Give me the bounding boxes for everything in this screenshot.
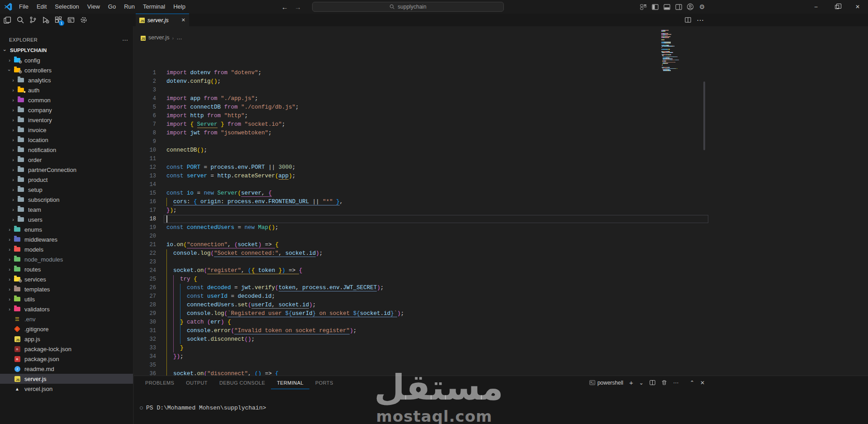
code-line-10[interactable]: 10connectDB(); xyxy=(134,146,868,155)
code-line-29[interactable]: 29 console.log(`Registered user ${userId… xyxy=(134,310,868,318)
split-terminal-icon[interactable] xyxy=(650,380,655,386)
menu-view[interactable]: View xyxy=(83,2,104,12)
explorer-item-readme-md[interactable]: ireadme.md xyxy=(0,364,133,374)
extensions-icon[interactable]: 1 xyxy=(53,15,63,25)
source-control-icon[interactable] xyxy=(28,15,38,25)
code-line-33[interactable]: 33 } xyxy=(134,344,868,353)
panel-tab-output[interactable]: OUTPUT xyxy=(180,376,213,389)
tab-close-icon[interactable]: ✕ xyxy=(181,17,185,23)
panel-tab-terminal[interactable]: TERMINAL xyxy=(271,376,309,389)
code-line-2[interactable]: 2dotenv.config(); xyxy=(134,77,868,86)
explorer-item-common[interactable]: ›common xyxy=(0,95,133,105)
code-line-6[interactable]: 6import http from "http"; xyxy=(134,112,868,120)
run-debug-icon[interactable] xyxy=(41,15,50,25)
explorer-item-package-lock-json[interactable]: npackage-lock.json xyxy=(0,344,133,354)
code-line-20[interactable]: 20 xyxy=(134,232,868,241)
explorer-item-node-modules[interactable]: ›node_modules xyxy=(0,254,133,264)
close-panel-icon[interactable]: ✕ xyxy=(700,380,705,386)
toggle-sidebar-icon[interactable] xyxy=(651,3,659,10)
code-line-19[interactable]: 19const connectedUsers = new Map(); xyxy=(134,224,868,232)
menu-terminal[interactable]: Terminal xyxy=(139,2,169,12)
explorer-item-templates[interactable]: ›templates xyxy=(0,284,133,294)
code-line-5[interactable]: 5import connectDB from "./config/db.js"; xyxy=(134,103,868,112)
explorer-item--gitignore[interactable]: ·.gitignore xyxy=(0,324,133,334)
explorer-item-enums[interactable]: ›enums xyxy=(0,224,133,234)
explorer-item-inventory[interactable]: ›inventory xyxy=(0,115,133,125)
shell-selector[interactable]: >_ powershell xyxy=(589,380,623,386)
command-center-search[interactable]: supplychain xyxy=(312,2,504,12)
code-line-9[interactable]: 9 xyxy=(134,138,868,146)
explorer-item-services[interactable]: ›⚙services xyxy=(0,274,133,284)
breadcrumb[interactable]: JS server.js › … xyxy=(134,26,868,43)
code-line-32[interactable]: 32 socket.disconnect(); xyxy=(134,335,868,344)
menu-run[interactable]: Run xyxy=(120,2,139,12)
explorer-item-users[interactable]: ›users xyxy=(0,214,133,224)
split-editor-icon[interactable] xyxy=(685,17,691,23)
maximize-panel-icon[interactable]: ⌃ xyxy=(690,380,694,386)
code-line-16[interactable]: 16 cors: { origin: process.env.FRONTEND_… xyxy=(134,198,868,206)
code-line-3[interactable]: 3 xyxy=(134,86,868,95)
explorer-more-actions-icon[interactable]: ⋯ xyxy=(122,37,128,43)
code-line-4[interactable]: 4import app from "./app.js"; xyxy=(134,95,868,103)
toggle-secondary-sidebar-icon[interactable] xyxy=(675,3,682,10)
explorer-item-config[interactable]: ›⚙config xyxy=(0,55,133,65)
code-line-13[interactable]: 13const server = http.createServer(app); xyxy=(134,172,868,181)
code-line-22[interactable]: 22 console.log("Socket connected:", sock… xyxy=(134,249,868,258)
code-line-25[interactable]: 25 try { xyxy=(134,275,868,284)
editor-scrollbar[interactable] xyxy=(703,81,705,150)
remote-window-icon[interactable] xyxy=(66,15,76,25)
terminal-dropdown-icon[interactable]: ⌄ xyxy=(639,380,644,386)
explorer-item-partnerconnection[interactable]: ›partnerConnection xyxy=(0,165,133,175)
explorer-item-invoice[interactable]: ›invoice xyxy=(0,125,133,135)
customize-layout-icon[interactable] xyxy=(640,3,647,10)
explorer-item-auth[interactable]: ›●auth xyxy=(0,85,133,95)
explorer-item--env[interactable]: ☰.env xyxy=(0,314,133,324)
explorer-item-models[interactable]: ›models xyxy=(0,244,133,254)
nav-back-arrow[interactable]: ← xyxy=(281,3,288,11)
settings-ring-icon[interactable] xyxy=(79,15,88,25)
explorer-item-app-js[interactable]: JSapp.js xyxy=(0,334,133,344)
explorer-item-subscription[interactable]: ›subscription xyxy=(0,195,133,205)
code-line-28[interactable]: 28 connectedUsers.set(userId, socket.id)… xyxy=(134,301,868,310)
menu-edit[interactable]: Edit xyxy=(33,2,51,12)
code-line-7[interactable]: 7import { Server } from "socket.io"; xyxy=(134,120,868,129)
code-line-31[interactable]: 31 console.error("Invalid token on socke… xyxy=(134,327,868,335)
code-line-26[interactable]: 26 const decoded = jwt.verify(token, pro… xyxy=(134,284,868,292)
menu-go[interactable]: Go xyxy=(104,2,120,12)
explorer-item-server-js[interactable]: JSserver.js xyxy=(0,374,133,384)
editor-more-actions-icon[interactable]: ⋯ xyxy=(697,16,704,24)
code-line-24[interactable]: 24 socket.on("register", ({ token }) => … xyxy=(134,267,868,275)
breadcrumb-file[interactable]: server.js xyxy=(148,34,170,41)
code-line-18[interactable]: 18 xyxy=(134,215,868,224)
new-terminal-icon[interactable]: + xyxy=(629,379,633,386)
menu-selection[interactable]: Selection xyxy=(51,2,83,12)
code-line-23[interactable]: 23 xyxy=(134,258,868,267)
explorer-root-supplychain[interactable]: › SUPPLYCHAIN xyxy=(0,45,133,55)
explorer-item-product[interactable]: ›product xyxy=(0,175,133,185)
code-line-14[interactable]: 14 xyxy=(134,181,868,189)
code-line-36[interactable]: 36 socket.on("disconnect", () => { xyxy=(134,370,868,376)
menu-file[interactable]: File xyxy=(15,2,33,12)
code-line-34[interactable]: 34 }); xyxy=(134,353,868,361)
code-line-27[interactable]: 27 const userId = decoded.id; xyxy=(134,292,868,301)
code-line-1[interactable]: 1import dotenv from "dotenv"; xyxy=(134,69,868,77)
explorer-item-location[interactable]: ›location xyxy=(0,135,133,145)
minimize-button[interactable]: – xyxy=(806,0,826,14)
code-content[interactable]: 1import dotenv from "dotenv";2dotenv.con… xyxy=(134,69,868,376)
explorer-item-validators[interactable]: ›validators xyxy=(0,304,133,314)
code-line-17[interactable]: 17}); xyxy=(134,206,868,215)
minimap[interactable] xyxy=(661,30,685,73)
explorer-item-package-json[interactable]: npackage.json xyxy=(0,354,133,364)
explorer-item-company[interactable]: ›company xyxy=(0,105,133,115)
code-line-35[interactable]: 35 xyxy=(134,361,868,370)
panel-tab-debug-console[interactable]: DEBUG CONSOLE xyxy=(213,376,271,389)
code-line-30[interactable]: 30 } catch (err) { xyxy=(134,318,868,327)
explorer-item-routes[interactable]: ›routes xyxy=(0,264,133,274)
kill-terminal-icon[interactable] xyxy=(661,380,667,386)
code-line-11[interactable]: 11 xyxy=(134,155,868,163)
editor-area[interactable]: JS server.js › … 1import dotenv from "do… xyxy=(134,26,868,376)
explorer-icon[interactable] xyxy=(3,15,12,25)
restore-button[interactable] xyxy=(826,0,847,14)
explorer-item-controllers[interactable]: ›⚙controllers xyxy=(0,65,133,75)
search-icon[interactable] xyxy=(15,15,25,25)
